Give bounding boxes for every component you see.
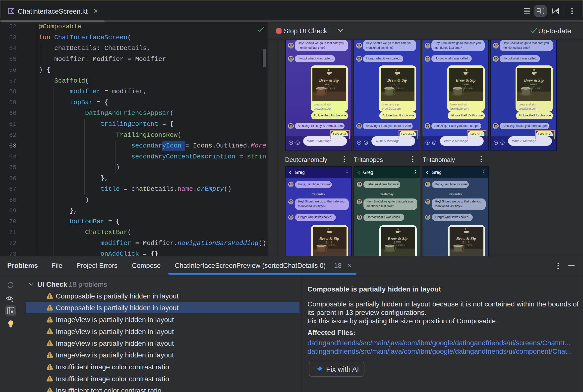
svg-text:OHID: OHID xyxy=(462,241,470,243)
svg-text:Brew & Sip: Brew & Sip xyxy=(319,236,339,240)
svg-text:Brew & Sip: Brew & Sip xyxy=(456,78,475,82)
svg-text:OHID: OHID xyxy=(393,83,401,85)
svg-text:OHID: OHID xyxy=(325,83,333,85)
svg-text:Brew & Sip: Brew & Sip xyxy=(388,236,408,240)
svg-text:Brew & Sip: Brew & Sip xyxy=(319,78,339,82)
svg-text:Brew & Sip: Brew & Sip xyxy=(524,78,544,82)
svg-text:Brew & Sip: Brew & Sip xyxy=(387,78,407,82)
svg-text:OHID: OHID xyxy=(462,83,469,85)
svg-text:Brew & Sip: Brew & Sip xyxy=(456,236,476,240)
svg-text:OHID: OHID xyxy=(394,241,401,243)
svg-text:OHID: OHID xyxy=(530,83,537,85)
svg-text:OHID: OHID xyxy=(325,241,333,243)
